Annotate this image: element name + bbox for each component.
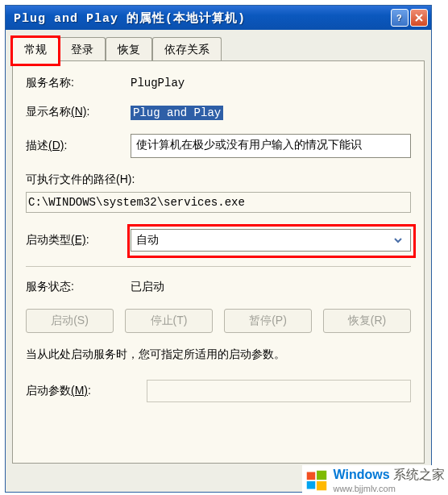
label-display-name: 显示名称(N): <box>26 105 131 119</box>
value-status: 已启动 <box>131 280 411 294</box>
row-startup-type: 启动类型(E): 自动 <box>26 229 411 252</box>
row-service-name: 服务名称: PlugPlay <box>26 76 411 90</box>
label-description: 描述(D): <box>26 139 131 153</box>
separator <box>26 266 411 267</box>
highlight-box <box>10 35 60 66</box>
row-status: 服务状态: 已启动 <box>26 280 411 294</box>
pause-button[interactable]: 暂停(P) <box>224 309 312 333</box>
close-button[interactable] <box>410 9 428 27</box>
textarea-description[interactable]: 使计算机在极少或没有用户输入的情况下能识 <box>131 134 411 158</box>
label-start-params: 启动参数(M): <box>26 384 147 398</box>
watermark: Windows 系统之家 www.bjjmlv.com <box>302 465 448 495</box>
service-control-buttons: 启动(S) 停止(T) 暂停(P) 恢复(R) <box>26 309 411 333</box>
row-description: 描述(D): 使计算机在极少或没有用户输入的情况下能识 <box>26 134 411 158</box>
tab-recovery[interactable]: 恢复 <box>106 37 152 61</box>
windows-logo-icon <box>305 469 328 492</box>
svg-rect-2 <box>317 470 326 479</box>
tab-logon-label: 登录 <box>71 43 93 56</box>
client-area: 常规 登录 恢复 依存关系 服务名称: PlugPlay 显示名称(N): Pl… <box>6 30 431 470</box>
label-service-name: 服务名称: <box>26 76 131 90</box>
tab-dependencies-label: 依存关系 <box>164 43 209 56</box>
close-icon <box>414 13 424 23</box>
svg-rect-1 <box>307 472 316 480</box>
value-service-name: PlugPlay <box>131 77 411 89</box>
start-button[interactable]: 启动(S) <box>26 309 114 333</box>
properties-dialog: Plug and Play 的属性(本地计算机) ? 常规 登录 恢复 依存关系… <box>5 5 432 493</box>
value-display-name: Plug and Play <box>131 106 411 119</box>
help-icon: ? <box>395 13 404 23</box>
tab-strip: 常规 登录 恢复 依存关系 <box>12 37 425 61</box>
window-title: Plug and Play 的属性(本地计算机) <box>14 10 389 26</box>
svg-rect-4 <box>317 480 326 489</box>
tab-dependencies[interactable]: 依存关系 <box>152 37 222 61</box>
title-bar[interactable]: Plug and Play 的属性(本地计算机) ? <box>6 6 431 30</box>
row-start-params: 启动参数(M): <box>26 380 411 402</box>
svg-rect-3 <box>307 480 316 489</box>
row-display-name: 显示名称(N): Plug and Play <box>26 105 411 119</box>
stop-button[interactable]: 停止(T) <box>125 309 213 333</box>
label-startup-type: 启动类型(E): <box>26 233 131 248</box>
value-exe-path: C:\WINDOWS\system32\services.exe <box>26 192 411 213</box>
svg-text:?: ? <box>396 13 402 23</box>
tab-panel-general: 服务名称: PlugPlay 显示名称(N): Plug and Play 描述… <box>12 60 425 464</box>
highlight-box <box>127 224 416 258</box>
tab-logon[interactable]: 登录 <box>59 37 106 61</box>
hint-text: 当从此处启动服务时，您可指定所适用的启动参数。 <box>26 347 411 362</box>
tab-general[interactable]: 常规 <box>12 37 59 61</box>
label-status: 服务状态: <box>26 280 131 294</box>
help-button[interactable]: ? <box>391 9 409 27</box>
tab-recovery-label: 恢复 <box>118 43 140 56</box>
resume-button[interactable]: 恢复(R) <box>323 309 411 333</box>
input-start-params[interactable] <box>147 380 411 402</box>
row-exe-path-label: 可执行文件的路径(H): <box>26 173 411 187</box>
